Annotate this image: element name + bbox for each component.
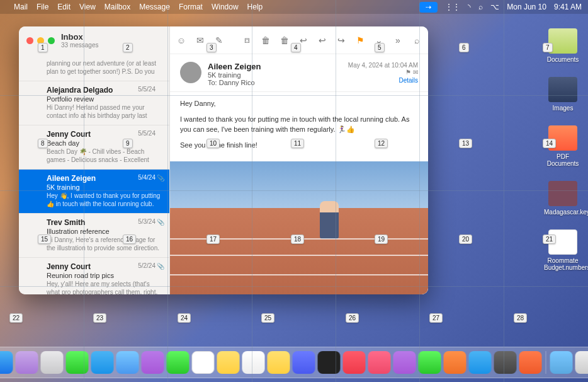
voice-control-indicator-icon[interactable]: ⇢ <box>419 2 438 13</box>
chevron-down-icon[interactable]: ⌄ <box>374 35 384 45</box>
header-timestamp: May 4, 2024 at 10:04 AM <box>348 62 418 69</box>
mail-window: Inbox 33 messages planning our next adve… <box>19 26 428 294</box>
search-icon[interactable]: ⌕ <box>412 35 422 45</box>
message-row[interactable]: planning our next adventure (or at least… <box>19 54 169 81</box>
msg-preview: Beach Day 🌴 - Chill vibes - Beach games … <box>47 148 162 164</box>
archive-icon[interactable]: ⧈ <box>242 35 252 45</box>
menu-file[interactable]: File <box>37 3 48 11</box>
message-row[interactable]: Aileen Zeigen5/4/24📎5K trainingHey 👋, I … <box>19 170 169 214</box>
msg-subject: Reunion road trip pics <box>47 272 162 279</box>
dock-trash[interactable] <box>575 351 589 374</box>
dock-finder[interactable] <box>0 351 13 374</box>
grid-num[interactable]: 6 <box>459 43 469 52</box>
msg-preview: Hey 👋, I wanted to thank you for putting… <box>47 192 162 208</box>
desktop-item-pdf[interactable]: PDF Documents <box>544 125 582 167</box>
rules-icon[interactable]: ☺ <box>176 35 186 45</box>
dock-reminders[interactable] <box>242 351 265 374</box>
dock-tv[interactable] <box>318 351 341 374</box>
dock-podcasts[interactable] <box>393 351 416 374</box>
desktop-item-keynote[interactable]: Madagascar.key <box>544 181 582 216</box>
mailbox-title: Inbox <box>61 32 162 42</box>
dock-appstore[interactable] <box>469 351 492 374</box>
dock-music[interactable] <box>343 351 366 374</box>
msg-preview: Hey, y'all! Here are my selects (that's … <box>47 280 162 294</box>
menu-help[interactable]: Help <box>247 3 263 11</box>
grid-num[interactable]: 23 <box>93 313 106 323</box>
msg-date: 5/4/24 <box>138 174 155 181</box>
mail-icon[interactable]: ✉ <box>195 35 205 45</box>
message-header: Aileen Zeigen 5K training To: Danny Rico… <box>170 54 428 92</box>
menu-app[interactable]: Mail <box>14 3 28 11</box>
grid-num[interactable]: 25 <box>261 313 274 323</box>
dock-numbers[interactable] <box>419 351 441 374</box>
flag-icon[interactable]: ⚑ <box>355 35 365 45</box>
dock-calendar[interactable] <box>192 351 215 374</box>
message-list-pane: Inbox 33 messages planning our next adve… <box>19 26 170 294</box>
menubar-date[interactable]: Mon Jun 10 <box>507 3 546 11</box>
msg-preview: Hi Danny! Herland passed me your contact… <box>47 103 162 120</box>
menubar-time[interactable]: 9:41 AM <box>554 3 582 11</box>
zoom-button[interactable] <box>48 37 55 44</box>
wifi-icon[interactable]: ⋮⋮ <box>445 3 460 11</box>
msg-date: 5/5/24 <box>138 86 155 93</box>
menu-view[interactable]: View <box>79 3 96 11</box>
reply-icon[interactable]: ↩ <box>298 35 308 45</box>
desktop-item-numbers[interactable]: Roommate Budget.numbers <box>544 229 582 271</box>
dock-news[interactable] <box>368 351 391 374</box>
forward-icon[interactable]: ↪ <box>336 35 346 45</box>
trash2-icon[interactable]: 🗑 <box>280 35 290 45</box>
dock-safari[interactable] <box>494 351 517 374</box>
desktop-item-images[interactable]: Images <box>544 77 582 112</box>
message-row[interactable]: Trev Smith5/3/24📎Illustration referenceH… <box>19 214 169 258</box>
dock-notes[interactable] <box>268 351 290 374</box>
body-p1: I wanted to thank you for putting me in … <box>180 114 418 135</box>
header-to: Danny Rico <box>219 79 255 86</box>
wifi-signal-icon[interactable]: ◝ <box>468 3 471 11</box>
details-link[interactable]: Details <box>348 77 418 84</box>
grid-num[interactable]: 13 <box>459 139 472 148</box>
minimize-button[interactable] <box>37 37 44 44</box>
grid-num[interactable]: 22 <box>9 313 23 323</box>
dock-pages[interactable] <box>444 351 466 374</box>
dock-photos[interactable] <box>142 351 164 374</box>
dock-contacts[interactable] <box>217 351 240 374</box>
dock-maps[interactable] <box>116 351 139 374</box>
spotlight-icon[interactable]: ⌕ <box>478 3 483 11</box>
message-row[interactable]: Jenny Court5/5/24Beach dayBeach Day 🌴 - … <box>19 125 169 170</box>
grid-num[interactable]: 20 <box>459 234 472 244</box>
window-titlebar: Inbox 33 messages <box>19 26 169 54</box>
desktop-item-label: Images <box>553 105 574 112</box>
desktop-item-documents[interactable]: Documents <box>544 28 582 63</box>
compose-icon[interactable]: ✎ <box>214 35 224 45</box>
menu-edit[interactable]: Edit <box>57 3 71 11</box>
msg-subject: Illustration reference <box>47 228 162 235</box>
dock-messages[interactable] <box>66 351 89 374</box>
dock-settings[interactable] <box>41 351 64 374</box>
header-to-label: To: <box>208 79 217 86</box>
dock-facetime[interactable] <box>167 351 189 374</box>
reply-all-icon[interactable]: ↩ <box>317 35 327 45</box>
close-button[interactable] <box>26 37 33 44</box>
grid-num[interactable]: 26 <box>346 313 359 323</box>
menu-format[interactable]: Format <box>179 3 203 11</box>
dock-mail[interactable] <box>91 351 114 374</box>
grid-num[interactable]: 28 <box>514 313 527 323</box>
trash-icon[interactable]: 🗑 <box>261 35 271 45</box>
dock-downloads[interactable] <box>550 351 573 374</box>
grid-num[interactable]: 27 <box>429 313 443 323</box>
message-row[interactable]: Jenny Court5/2/24📎Reunion road trip pics… <box>19 258 169 294</box>
grid-num[interactable]: 24 <box>178 313 191 323</box>
dock <box>0 347 588 378</box>
body-greeting: Hey Danny, <box>180 98 418 109</box>
dock-iphone[interactable] <box>519 351 542 374</box>
dock-freeform[interactable] <box>293 351 315 374</box>
dock-launchpad[interactable] <box>16 351 38 374</box>
menu-message[interactable]: Message <box>139 3 170 11</box>
more-icon[interactable]: » <box>393 35 403 45</box>
message-row[interactable]: Alejandra Delgado5/5/24Portfolio reviewH… <box>19 81 169 125</box>
message-list[interactable]: planning our next adventure (or at least… <box>19 54 169 294</box>
menu-mailbox[interactable]: Mailbox <box>105 3 130 11</box>
desktop-item-label: PDF Documents <box>547 153 579 167</box>
menu-window[interactable]: Window <box>212 3 239 11</box>
control-center-icon[interactable]: ⌥ <box>490 3 499 11</box>
